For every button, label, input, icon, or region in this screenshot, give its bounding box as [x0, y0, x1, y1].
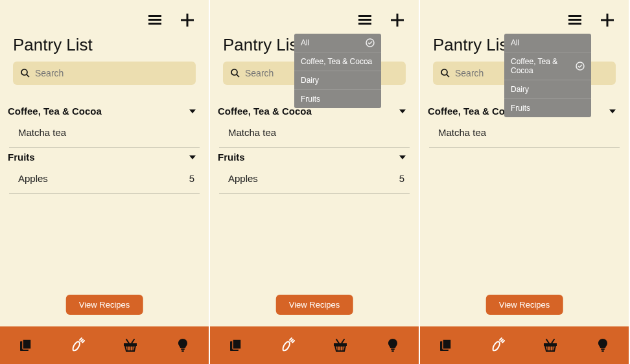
- search-input[interactable]: [35, 68, 188, 78]
- carrot-icon: [71, 337, 86, 353]
- filter-option-label: Dairy: [511, 85, 529, 94]
- filter-option-label: All: [511, 38, 519, 47]
- svg-line-21: [237, 74, 239, 77]
- bottom-nav: [420, 326, 629, 364]
- filter-dropdown: All Coffee, Tea & Cocoa Dairy Fruits: [504, 34, 591, 117]
- item-qty: 5: [189, 173, 194, 184]
- basket-icon: [542, 338, 558, 352]
- category-header[interactable]: Fruits: [210, 148, 419, 168]
- categories-list: Coffee, Tea & Cocoa Matcha tea Fruits Ap…: [210, 102, 419, 194]
- nav-recipes[interactable]: [17, 336, 35, 354]
- lightbulb-icon: [387, 338, 399, 352]
- nav-shopping[interactable]: [331, 336, 349, 354]
- filter-option-fruits[interactable]: Fruits: [294, 90, 381, 108]
- svg-rect-23: [233, 339, 241, 349]
- list-item[interactable]: Apples 5: [0, 168, 209, 189]
- nav-recipes[interactable]: [437, 336, 455, 354]
- filter-option-dairy[interactable]: Dairy: [294, 71, 381, 90]
- bottom-nav: [0, 326, 209, 364]
- item-label: Matcha tea: [438, 127, 486, 138]
- add-button[interactable]: [179, 12, 196, 28]
- svg-rect-28: [391, 348, 395, 350]
- bottom-nav: [210, 326, 419, 364]
- filter-option-coffee[interactable]: Coffee, Tea & Cocoa: [504, 52, 591, 80]
- category-header[interactable]: Coffee, Tea & Cocoa: [0, 102, 209, 122]
- chevron-down-icon: [399, 109, 406, 113]
- nav-ideas[interactable]: [174, 336, 192, 354]
- category-header[interactable]: Fruits: [0, 148, 209, 168]
- divider: [219, 193, 410, 194]
- hamburger-icon: [148, 15, 161, 25]
- filter-option-fruits[interactable]: Fruits: [504, 99, 591, 117]
- item-label: Matcha tea: [18, 127, 66, 138]
- list-item[interactable]: Matcha tea: [0, 122, 209, 143]
- item-qty: 5: [399, 173, 404, 184]
- view-recipes-button[interactable]: View Recipes: [276, 295, 353, 315]
- svg-rect-19: [391, 19, 404, 21]
- filter-option-label: Fruits: [511, 104, 530, 113]
- svg-rect-29: [391, 350, 394, 352]
- filter-option-all[interactable]: All: [294, 34, 381, 52]
- svg-rect-8: [23, 339, 31, 349]
- lightbulb-icon: [177, 338, 189, 352]
- chevron-down-icon: [189, 109, 196, 113]
- hamburger-icon: [568, 15, 581, 25]
- screen-3: Pantry List Coffee, Tea & Cocoa Matcha t…: [420, 0, 629, 364]
- menu-button[interactable]: [146, 12, 163, 28]
- filter-option-label: All: [301, 38, 309, 47]
- categories-list: Coffee, Tea & Cocoa Matcha tea Fruits Ap…: [0, 102, 209, 194]
- filter-option-dairy[interactable]: Dairy: [504, 80, 591, 99]
- nav-ideas[interactable]: [384, 336, 402, 354]
- nav-shopping[interactable]: [541, 336, 559, 354]
- plus-icon: [181, 14, 194, 27]
- svg-rect-1: [148, 19, 161, 21]
- view-recipes-button[interactable]: View Recipes: [66, 295, 143, 315]
- check-circle-icon: [366, 38, 375, 47]
- menu-button[interactable]: [356, 12, 373, 28]
- lightbulb-icon: [597, 338, 609, 352]
- filter-option-coffee[interactable]: Coffee, Tea & Cocoa: [294, 52, 381, 71]
- menu-button[interactable]: [566, 12, 583, 28]
- svg-rect-32: [568, 19, 581, 21]
- plus-icon: [391, 14, 404, 27]
- item-label: Apples: [18, 173, 48, 184]
- hamburger-icon: [358, 15, 371, 25]
- svg-rect-39: [443, 339, 451, 349]
- check-circle-icon: [576, 62, 585, 71]
- basket-icon: [122, 338, 138, 352]
- add-button[interactable]: [599, 12, 616, 28]
- basket-icon: [332, 338, 348, 352]
- nav-ideas[interactable]: [594, 336, 612, 354]
- list-item[interactable]: Matcha tea: [210, 122, 419, 143]
- filter-option-label: Fruits: [301, 95, 320, 104]
- svg-rect-31: [568, 15, 581, 17]
- view-recipes-button[interactable]: View Recipes: [486, 295, 563, 315]
- item-label: Apples: [228, 173, 258, 184]
- screen-1: Pantry List Coffee, Tea & Cocoa Matcha t…: [0, 0, 209, 364]
- copy-icon: [439, 338, 453, 352]
- top-actions: [210, 0, 419, 34]
- nav-pantry[interactable]: [489, 336, 508, 354]
- search-icon: [231, 69, 240, 78]
- svg-point-20: [231, 69, 237, 75]
- svg-line-37: [447, 74, 449, 77]
- svg-rect-0: [148, 15, 161, 17]
- nav-shopping[interactable]: [121, 336, 139, 354]
- nav-pantry[interactable]: [69, 336, 88, 354]
- add-button[interactable]: [389, 12, 406, 28]
- nav-recipes[interactable]: [227, 336, 245, 354]
- category-name: Coffee, Tea & Cocoa: [8, 106, 102, 117]
- chevron-down-icon: [609, 109, 616, 113]
- filter-option-all[interactable]: All: [504, 34, 591, 52]
- filter-dropdown: All Coffee, Tea & Cocoa Dairy Fruits: [294, 34, 381, 108]
- svg-point-5: [21, 69, 27, 75]
- svg-rect-13: [181, 348, 185, 350]
- nav-pantry[interactable]: [279, 336, 298, 354]
- plus-icon: [601, 14, 614, 27]
- search-bar[interactable]: [13, 62, 196, 85]
- svg-rect-45: [601, 350, 604, 352]
- list-item[interactable]: Apples 5: [210, 168, 419, 189]
- list-item[interactable]: Matcha tea: [420, 122, 629, 143]
- chevron-down-icon: [399, 155, 406, 159]
- filter-option-label: Coffee, Tea & Cocoa: [301, 57, 372, 66]
